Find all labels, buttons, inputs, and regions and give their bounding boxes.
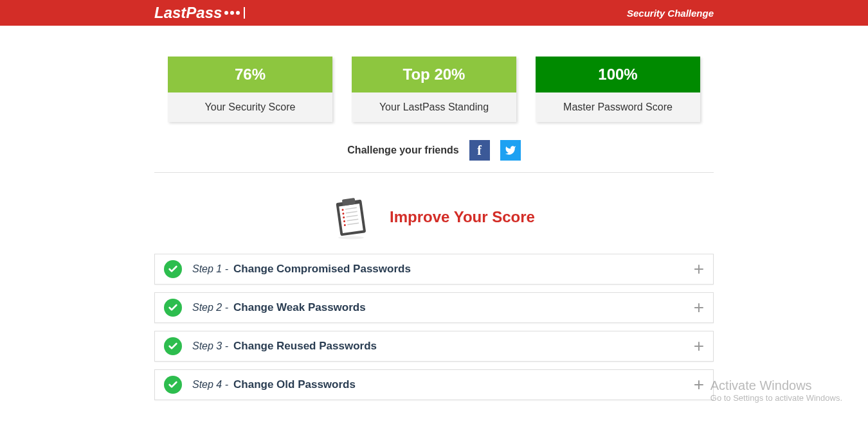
check-icon — [164, 260, 182, 278]
twitter-share-button[interactable] — [500, 140, 521, 161]
step-item-old[interactable]: Step 4 - Change Old Passwords + — [154, 369, 714, 400]
expand-icon: + — [694, 374, 704, 395]
improve-header: Improve Your Score — [154, 197, 714, 237]
step-prefix: Step 2 - — [192, 302, 228, 313]
score-cards-row: 76% Your Security Score Top 20% Your Las… — [154, 57, 714, 122]
step-title: Change Weak Passwords — [233, 301, 694, 314]
divider — [154, 172, 714, 173]
standing-score-card: Top 20% Your LastPass Standing — [352, 57, 516, 122]
improve-title: Improve Your Score — [390, 208, 535, 226]
facebook-icon: f — [477, 143, 482, 158]
step-title: Change Old Passwords — [233, 378, 694, 391]
challenge-text: Challenge your friends — [347, 145, 458, 156]
challenge-friends-row: Challenge your friends f — [154, 140, 714, 161]
watermark-title: Activate Windows — [710, 378, 842, 393]
step-title: Change Compromised Passwords — [233, 263, 694, 276]
windows-activation-watermark: Activate Windows Go to Settings to activ… — [710, 378, 842, 403]
logo-text: LastPass — [154, 4, 222, 22]
step-item-reused[interactable]: Step 3 - Change Reused Passwords + — [154, 331, 714, 362]
step-item-compromised[interactable]: Step 1 - Change Compromised Passwords + — [154, 254, 714, 285]
expand-icon: + — [694, 297, 704, 318]
step-prefix: Step 1 - — [192, 263, 228, 275]
score-label: Your LastPass Standing — [352, 92, 516, 122]
lastpass-logo: LastPass — [154, 4, 245, 22]
step-title: Change Reused Passwords — [233, 340, 694, 353]
score-value: 76% — [168, 57, 332, 92]
twitter-icon — [505, 145, 516, 156]
clipboard-icon — [333, 197, 366, 237]
facebook-share-button[interactable]: f — [469, 140, 490, 161]
step-prefix: Step 4 - — [192, 379, 228, 391]
expand-icon: + — [694, 259, 704, 279]
page-title: Security Challenge — [627, 8, 714, 19]
expand-icon: + — [694, 336, 704, 356]
watermark-sub: Go to Settings to activate Windows. — [710, 393, 842, 403]
security-score-card: 76% Your Security Score — [168, 57, 332, 122]
check-icon — [164, 376, 182, 394]
score-label: Your Security Score — [168, 92, 332, 122]
score-value: Top 20% — [352, 57, 516, 92]
steps-list: Step 1 - Change Compromised Passwords + … — [154, 254, 714, 400]
header-bar: LastPass Security Challenge — [0, 0, 868, 26]
step-prefix: Step 3 - — [192, 340, 228, 352]
check-icon — [164, 337, 182, 355]
logo-dots-icon — [224, 7, 245, 19]
score-value: 100% — [536, 57, 700, 92]
svg-point-13 — [338, 236, 364, 240]
step-item-weak[interactable]: Step 2 - Change Weak Passwords + — [154, 292, 714, 323]
master-password-score-card: 100% Master Password Score — [536, 57, 700, 122]
check-icon — [164, 299, 182, 317]
score-label: Master Password Score — [536, 92, 700, 122]
